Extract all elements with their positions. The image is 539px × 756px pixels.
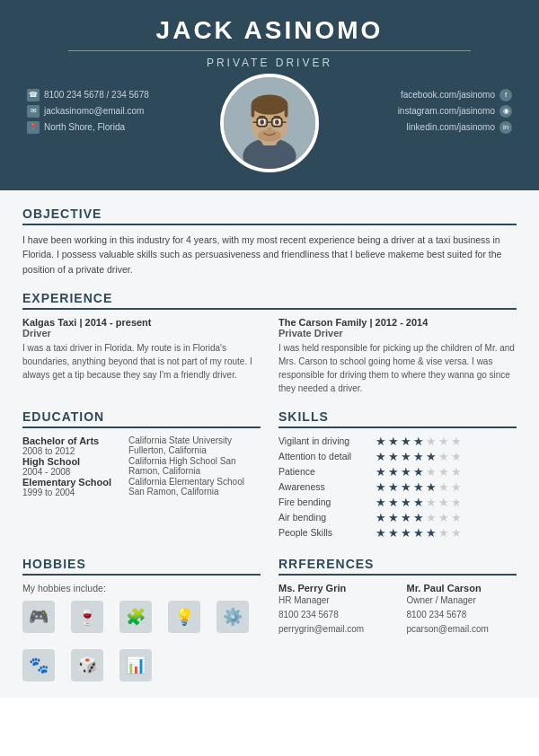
objective-title: OBJECTIVE [22, 207, 517, 225]
ref-person-0: Ms. Perry Grin HR Manager 8100 234 5678 … [278, 583, 389, 637]
star-filled: ★ [401, 527, 411, 539]
star-filled: ★ [376, 466, 386, 478]
star-filled: ★ [388, 451, 399, 462]
skill-row-6: People Skills★★★★★★★ [278, 527, 517, 539]
hobby-icon-6: 🎲 [71, 649, 103, 681]
instagram-text: instagram.com/jasinomo [398, 103, 495, 119]
stars-2: ★★★★★★★ [376, 466, 462, 478]
hobby-icon-2: 🧩 [119, 601, 152, 633]
hobby-icon-7: 📊 [119, 649, 152, 681]
star-filled: ★ [376, 435, 386, 447]
star-filled: ★ [388, 512, 399, 523]
star-filled: ★ [413, 435, 424, 447]
star-filled: ★ [413, 481, 424, 493]
instagram-item: instagram.com/jasinomo ◉ [328, 103, 512, 119]
edu-row-2: Elementary School 1999 to 2004 Californi… [22, 477, 261, 497]
star-filled: ★ [401, 512, 411, 523]
facebook-item: facebook.com/jasinomo f [328, 87, 512, 103]
exp-role-0: Driver [22, 328, 261, 338]
star-filled: ★ [388, 481, 399, 493]
edu-degree-1: High School [22, 456, 114, 467]
exp-left: Kalgas Taxi | 2014 - present Driver I wa… [22, 317, 261, 395]
ref-name-0: Ms. Perry Grin [278, 583, 389, 593]
ref-grid: Ms. Perry Grin HR Manager 8100 234 5678 … [278, 583, 517, 637]
stars-4: ★★★★★★★ [376, 497, 462, 508]
exp-right: The Carson Family | 2012 - 2014 Private … [278, 317, 517, 395]
star-empty: ★ [451, 497, 462, 508]
star-empty: ★ [438, 466, 449, 478]
svg-point-4 [252, 94, 288, 114]
star-filled: ★ [376, 512, 386, 523]
edu-row-0: Bachelor of Arts 2008 to 2012 California… [22, 435, 261, 456]
exp-desc-1: I was held responsible for picking up th… [278, 341, 517, 395]
hobbies-title: HOBBIES [22, 557, 261, 576]
hobbies-text: My hobbies include: [22, 583, 261, 593]
star-filled: ★ [426, 527, 437, 539]
skills-section: SKILLS Vigilant in driving★★★★★★★Attenti… [278, 409, 517, 542]
star-filled: ★ [413, 497, 424, 508]
instagram-icon: ◉ [499, 105, 512, 118]
body: OBJECTIVE I have been working in this in… [0, 190, 539, 698]
ref-name-1: Mr. Paul Carson [407, 583, 517, 593]
skill-row-4: Fire bending★★★★★★★ [278, 497, 517, 508]
exp-desc-0: I was a taxi driver in Florida. My route… [22, 341, 261, 382]
star-filled: ★ [388, 466, 399, 478]
references-title: RRFERENCES [278, 557, 517, 576]
star-empty: ★ [451, 435, 462, 447]
contact-left: ☎ 8100 234 5678 / 234 5678 ✉ jackasinomo… [27, 78, 211, 136]
education-section: EDUCATION Bachelor of Arts 2008 to 2012 … [22, 409, 261, 542]
star-filled: ★ [388, 527, 399, 539]
edu-skills-row: EDUCATION Bachelor of Arts 2008 to 2012 … [22, 409, 517, 542]
ref-email-1: pcarson@email.com [407, 622, 517, 637]
edu-years-2: 1999 to 2004 [22, 488, 114, 497]
skill-row-1: Attention to detail★★★★★★★ [278, 451, 517, 462]
skills-title: SKILLS [278, 409, 517, 428]
svg-rect-5 [252, 105, 255, 118]
references-section: RRFERENCES Ms. Perry Grin HR Manager 810… [278, 557, 517, 681]
hobbies-refs-row: HOBBIES My hobbies include: 🎮🍷🧩💡⚙️🐾🎲📊 RR… [22, 557, 517, 681]
facebook-icon: f [499, 89, 512, 101]
education-title: EDUCATION [22, 409, 261, 428]
stars-5: ★★★★★★★ [376, 512, 462, 523]
ref-person-1: Mr. Paul Carson Owner / Manager 8100 234… [407, 583, 517, 637]
star-empty: ★ [426, 497, 437, 508]
star-empty: ★ [438, 527, 449, 539]
edu-row-1: High School 2004 - 2008 California High … [22, 456, 261, 477]
edu-school-1: California High School San Ramon, Califo… [121, 456, 261, 476]
location-text: North Shore, Florida [44, 119, 125, 136]
education-table: Bachelor of Arts 2008 to 2012 California… [22, 435, 261, 497]
edu-degree-0: Bachelor of Arts [22, 435, 114, 446]
star-empty: ★ [451, 481, 462, 493]
email-item: ✉ jackasinomo@email.com [27, 103, 211, 119]
skills-container: Vigilant in driving★★★★★★★Attention to d… [278, 435, 517, 539]
star-empty: ★ [451, 527, 462, 539]
star-filled: ★ [413, 512, 424, 523]
star-empty: ★ [451, 451, 462, 462]
experience-section: EXPERIENCE Kalgas Taxi | 2014 - present … [22, 291, 517, 395]
skill-row-3: Awareness★★★★★★★ [278, 481, 517, 493]
email-text: jackasinomo@email.com [44, 103, 144, 119]
svg-point-10 [275, 119, 279, 125]
star-filled: ★ [376, 527, 386, 539]
exp-role-1: Private Driver [278, 328, 517, 338]
star-filled: ★ [401, 435, 411, 447]
email-icon: ✉ [27, 105, 40, 118]
avatar-container [211, 78, 328, 172]
hobbies-icons: 🎮🍷🧩💡⚙️🐾🎲📊 [22, 601, 261, 681]
experience-cols: Kalgas Taxi | 2014 - present Driver I wa… [22, 317, 517, 395]
stars-1: ★★★★★★★ [376, 451, 462, 462]
star-empty: ★ [438, 481, 449, 493]
star-empty: ★ [451, 466, 462, 478]
star-filled: ★ [401, 481, 411, 493]
skill-row-5: Air bending★★★★★★★ [278, 512, 517, 523]
linkedin-text: linkedin.com/jasinomo [407, 119, 495, 136]
exp-company-0: Kalgas Taxi | 2014 - present [22, 317, 261, 328]
star-empty: ★ [438, 512, 449, 523]
skill-name-1: Attention to detail [278, 451, 368, 462]
skill-name-5: Air bending [278, 512, 368, 523]
job-title: PRIVATE DRIVER [18, 57, 521, 69]
skill-name-6: People Skills [278, 527, 368, 538]
ref-phone-1: 8100 234 5678 [407, 608, 517, 622]
header: JACK ASINOMO PRIVATE DRIVER ☎ 8100 234 5… [0, 0, 539, 190]
edu-school-0: California State University Fullerton, C… [121, 435, 261, 455]
